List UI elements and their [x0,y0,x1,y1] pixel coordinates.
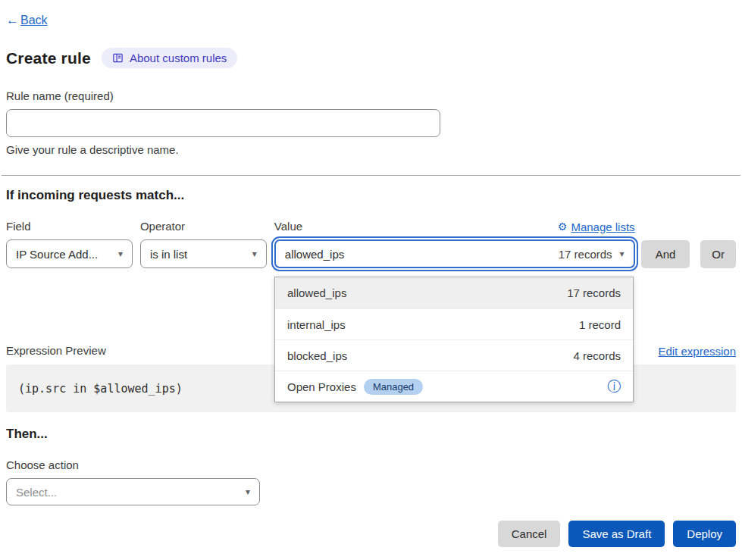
field-select[interactable]: IP Source Add... ▾ [6,239,133,268]
edit-expression-link[interactable]: Edit expression [658,345,736,358]
chevron-down-icon: ▾ [246,486,250,497]
operator-select[interactable]: is in list ▾ [140,239,267,268]
choose-action-label: Choose action [6,458,736,472]
page-title: Create rule [6,49,91,67]
match-section-heading: If incoming requests match... [6,188,736,203]
list-option-name: internal_ips [287,318,346,331]
value-label: Value [274,220,302,233]
field-label: Field [6,220,31,233]
save-as-draft-button[interactable]: Save as Draft [568,521,665,547]
chevron-down-icon: ▾ [620,249,625,259]
section-divider [2,175,740,176]
expression-preview-label: Expression Preview [6,344,106,358]
back-row: ← Back [6,0,736,28]
list-option-allowed-ips[interactable]: allowed_ips 17 records [275,277,633,308]
and-button[interactable]: And [641,240,690,268]
info-icon[interactable]: ⓘ [607,380,621,393]
back-link-label: Back [20,14,48,27]
field-select-value: IP Source Add... [16,248,98,261]
rule-name-helper: Give your rule a descriptive name. [6,143,736,156]
book-icon [112,52,124,64]
then-section-heading: Then... [6,427,736,442]
back-arrow-icon: ← [6,13,19,28]
action-select-placeholder: Select... [16,486,57,499]
manage-lists-label: Manage lists [571,221,634,233]
list-option-internal-ips[interactable]: internal_ips 1 record [275,308,633,339]
conjunction-buttons: And Or [635,239,736,268]
list-option-name: allowed_ips [287,286,346,299]
back-link[interactable]: ← Back [6,13,48,28]
rule-name-label: Rule name (required) [6,89,736,103]
operator-column: Operator is in list ▾ [140,220,267,268]
list-option-meta: 17 records [567,286,621,299]
operator-label: Operator [140,220,185,233]
operator-select-value: is in list [150,248,187,261]
list-option-open-proxies[interactable]: Open Proxies Managed ⓘ [275,371,633,402]
manage-lists-link[interactable]: ⚙ Manage lists [558,221,635,233]
action-select[interactable]: Select... ▾ [6,478,260,505]
chevron-down-icon: ▾ [252,249,257,259]
condition-builder: Field IP Source Add... ▾ Operator is in … [6,220,736,268]
or-button[interactable]: Or [700,240,736,268]
condition-row: Field IP Source Add... ▾ Operator is in … [6,220,736,268]
about-custom-rules-link[interactable]: About custom rules [102,48,237,68]
list-option-meta: 1 record [579,318,621,331]
chevron-down-icon: ▾ [118,249,123,259]
value-select[interactable]: allowed_ips 17 records ▾ [274,239,635,268]
managed-badge: Managed [364,379,423,395]
value-select-value: allowed_ips [285,248,344,261]
title-row: Create rule About custom rules [6,48,736,68]
list-option-meta: 4 records [573,349,621,362]
rule-name-input[interactable] [6,109,440,137]
about-badge-label: About custom rules [130,52,227,64]
list-dropdown-menu: allowed_ips 17 records internal_ips 1 re… [274,277,634,402]
expression-code: (ip.src in $allowed_ips) [18,382,183,396]
deploy-button[interactable]: Deploy [673,521,736,547]
value-column: Value ⚙ Manage lists allowed_ips 17 reco… [274,220,635,268]
value-select-meta: 17 records [559,248,612,261]
list-option-blocked-ips[interactable]: blocked_ips 4 records [275,339,633,371]
list-option-name: blocked_ips [287,349,347,362]
field-column: Field IP Source Add... ▾ [6,220,133,268]
gear-icon: ⚙ [558,221,568,233]
footer-actions: Cancel Save as Draft Deploy [6,521,736,547]
list-option-name: Open Proxies [287,380,356,393]
cancel-button[interactable]: Cancel [498,521,561,547]
